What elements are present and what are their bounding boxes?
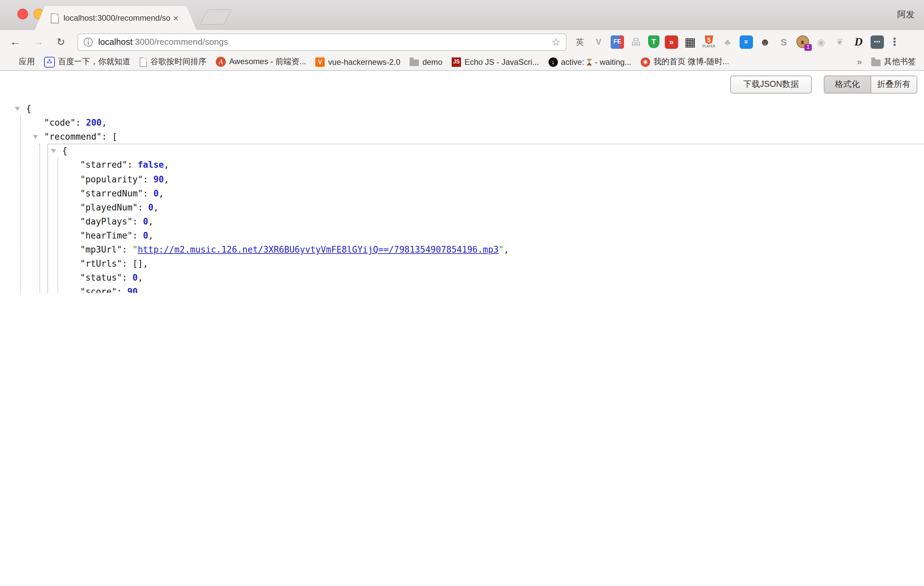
bookmark-label: Echo JS - JavaScri... [464, 57, 539, 66]
json-key: "rtUrls" [80, 259, 122, 269]
json-line: "dayPlays": 0, [0, 215, 924, 228]
ext-bird-icon[interactable]: ❦ [832, 34, 848, 50]
json-url-link[interactable]: http://m2.music.126.net/3XR6BU6yvtyVmFE8… [138, 244, 498, 254]
bookmark-label: demo [422, 57, 442, 66]
json-value: 0 [143, 216, 148, 226]
json-value: 90 [127, 287, 138, 293]
json-value: false [138, 160, 164, 170]
ext-s-icon[interactable]: S [776, 34, 792, 50]
bookmark-star-icon[interactable]: ☆ [551, 37, 561, 47]
bookmark-item[interactable]: demo [409, 57, 442, 66]
reload-icon[interactable]: ↻ [52, 37, 69, 47]
json-value: : [122, 272, 132, 283]
json-value: , [138, 272, 143, 283]
hourglass-icon [587, 58, 592, 65]
json-line: "code": 200, [0, 116, 924, 130]
json-key: "code" [44, 117, 76, 128]
back-icon[interactable]: ← [7, 36, 24, 48]
down-circle-icon: ↓ [548, 57, 558, 66]
site-info-icon[interactable]: ⓘ [84, 37, 93, 46]
ext-d-icon[interactable]: D [850, 34, 866, 50]
bookmark-label: active: [561, 57, 584, 66]
json-line: "playedNum": 0, [0, 200, 924, 214]
ext-tampermonkey-icon[interactable]: ᴥ1 [794, 34, 810, 50]
json-value: : [76, 117, 86, 128]
ext-translate-icon[interactable]: 英 [572, 34, 588, 50]
vue-icon: V [315, 57, 325, 66]
other-bookmarks-button[interactable]: 其他书签 [871, 56, 916, 68]
json-tree: {"code": 200,"recommend": [{"starred": f… [0, 71, 924, 293]
collapse-toggle-icon[interactable] [51, 149, 56, 154]
bookmark-item[interactable]: JSEcho JS - JavaScri... [452, 57, 539, 66]
json-value: " [133, 244, 138, 254]
bookmarks-bar: 应用⁂百度一下，你就知道谷歌按时间排序AAwesomes - 前端资...Vvu… [0, 53, 924, 71]
ext-weibo-eye-icon[interactable]: ◉ [813, 34, 829, 50]
title-bar: localhost:3000/recommend/so × 阿发 [0, 0, 924, 30]
ext-qr-code-icon[interactable]: ▦ [682, 34, 698, 50]
json-value: , [153, 202, 159, 212]
json-value: : [138, 202, 148, 212]
profile-name[interactable]: 阿发 [897, 9, 915, 21]
json-line: "status": 0, [0, 271, 924, 285]
ext-vue-devtools-icon[interactable]: V [591, 34, 607, 50]
json-value: { [62, 146, 68, 156]
new-tab-button[interactable] [200, 9, 232, 25]
url-text[interactable]: localhost:3000/recommend/songs [98, 37, 228, 47]
json-key: "hearTime" [80, 231, 133, 241]
ext-fe-icon[interactable]: FE [610, 35, 624, 48]
bookmark-label: 应用 [19, 56, 35, 68]
json-line: { [0, 102, 924, 116]
bookmark-label: 我的首页 微博-随时... [653, 56, 729, 68]
json-key: "starredNum" [80, 188, 143, 198]
browser-window: localhost:3000/recommend/so × 阿发 ← → ↻ ⓘ… [0, 0, 924, 293]
ext-html5-player-icon[interactable]: 5PLAYER [701, 34, 717, 50]
bookmark-item[interactable]: 应用 [7, 56, 35, 68]
bookmark-item[interactable]: AAwesomes - 前端资... [216, 56, 306, 68]
bookmark-items: 应用⁂百度一下，你就知道谷歌按时间排序AAwesomes - 前端资...Vvu… [0, 56, 729, 68]
close-window-button[interactable] [17, 9, 28, 19]
json-value: 0 [148, 202, 153, 212]
collapse-toggle-icon[interactable] [33, 135, 38, 139]
ext-t-shield-icon[interactable]: T [648, 35, 660, 48]
awesomes-icon: A [216, 57, 226, 67]
json-value: : [143, 174, 153, 184]
json-line: { [0, 144, 924, 158]
page-favicon-icon [51, 13, 59, 23]
bookmark-item[interactable]: ⁂百度一下，你就知道 [44, 56, 130, 68]
json-line: "recommend": [ [0, 130, 924, 144]
ext-sitemap-icon[interactable]: 品 [628, 34, 644, 50]
browser-tab[interactable]: localhost:3000/recommend/so × [35, 6, 196, 30]
json-value: : [117, 287, 127, 293]
address-bar[interactable]: ⓘ localhost:3000/recommend/songs ☆ [78, 33, 566, 50]
bookmark-item[interactable]: ↓active:- waiting... [548, 57, 631, 66]
bookmarks-overflow-chevron-icon[interactable]: » [857, 57, 862, 67]
ext-paw-icon[interactable]: ♣ [719, 34, 736, 50]
ext-mask-icon[interactable]: ☻ [757, 34, 773, 50]
tab-close-icon[interactable]: × [173, 13, 178, 23]
json-key: "mp3Url" [80, 244, 122, 254]
json-key: "popularity" [80, 174, 143, 184]
page-content: 下载JSON数据 格式化 折叠所有 {"code": 200,"recommen… [0, 71, 924, 293]
json-value: , [102, 117, 107, 128]
browser-menu-icon[interactable]: ⋮ [889, 35, 900, 48]
ext-vimium-icon[interactable]: » [739, 35, 753, 48]
bookmark-item[interactable]: 谷歌按时间排序 [140, 56, 206, 68]
json-value: , [159, 188, 164, 198]
json-line: "hearTime": 0, [0, 228, 924, 243]
json-value: , [164, 174, 169, 184]
bookmark-item[interactable]: ◉我的首页 微博-随时... [641, 56, 729, 68]
bookmark-item[interactable]: Vvue-hackernews-2.0 [315, 57, 400, 66]
folder-icon [409, 59, 419, 66]
json-line: "popularity": 90, [0, 172, 924, 186]
ext-fast-forward-icon[interactable]: » [665, 35, 678, 48]
ext-password-dots-icon[interactable]: ••• [871, 35, 884, 48]
json-value: , [148, 231, 153, 241]
json-value: , [138, 287, 143, 293]
collapse-toggle-icon[interactable] [15, 107, 20, 111]
json-value: 0 [153, 188, 159, 198]
json-key: "recommend" [44, 132, 102, 142]
forward-icon: → [30, 36, 47, 48]
json-line: "rtUrls": [], [0, 257, 924, 271]
tab-title: localhost:3000/recommend/so [63, 13, 170, 23]
json-value: : [133, 216, 143, 226]
